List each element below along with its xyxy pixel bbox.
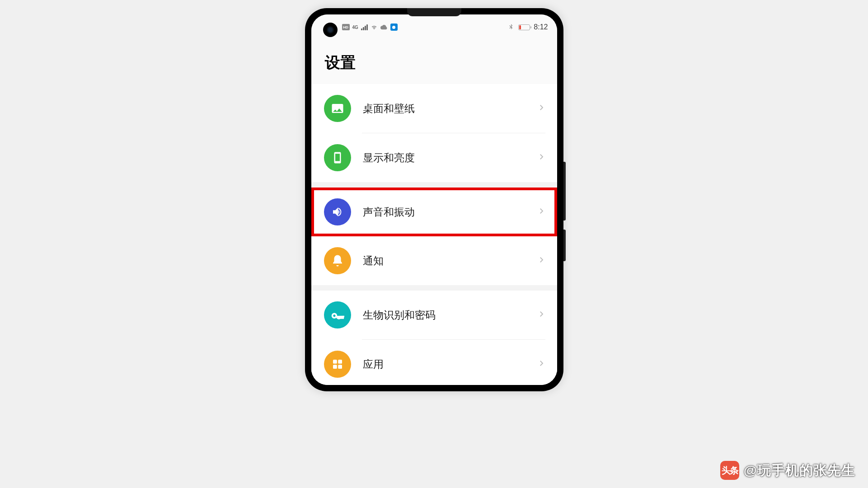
settings-row-display[interactable]: 显示和亮度	[311, 133, 557, 182]
settings-row-biometrics[interactable]: 生物识别和密码	[311, 291, 557, 339]
cloud-icon	[380, 24, 388, 30]
svg-rect-2	[333, 365, 337, 369]
phone-screen: HD 4G 8:12 设置	[311, 14, 557, 385]
chevron-right-icon	[537, 256, 545, 266]
network-label: 4G	[352, 25, 358, 30]
clock-time: 8:12	[534, 23, 548, 31]
phone-frame: HD 4G 8:12 设置	[305, 8, 563, 391]
phone-icon	[324, 144, 351, 171]
watermark: 头条 @玩手机的张先生	[720, 461, 855, 480]
row-label: 声音和振动	[363, 205, 537, 219]
wifi-icon	[371, 23, 378, 31]
app-indicator-icon	[390, 23, 398, 31]
settings-row-sound[interactable]: 声音和振动	[311, 188, 557, 236]
group-divider	[311, 285, 557, 291]
status-right: 8:12	[507, 23, 548, 31]
volume-button	[563, 162, 566, 221]
status-left: HD 4G	[342, 23, 398, 31]
svg-rect-3	[338, 365, 342, 369]
chevron-right-icon	[537, 103, 545, 113]
group-divider	[311, 182, 557, 188]
row-label: 生物识别和密码	[363, 308, 537, 322]
toutiao-logo: 头条	[720, 461, 739, 480]
battery-icon	[518, 24, 530, 30]
bell-icon	[324, 247, 351, 274]
status-bar: HD 4G 8:12	[311, 14, 557, 40]
settings-row-notifications[interactable]: 通知	[311, 236, 557, 285]
hd-badge: HD	[342, 24, 350, 30]
speaker-icon	[324, 198, 351, 225]
settings-row-apps[interactable]: 应用	[311, 340, 557, 385]
chevron-right-icon	[537, 153, 545, 163]
row-label: 显示和亮度	[363, 151, 537, 165]
watermark-text: @玩手机的张先生	[744, 461, 855, 480]
row-label: 通知	[363, 254, 537, 268]
row-label: 桌面和壁纸	[363, 102, 537, 116]
chevron-right-icon	[537, 359, 545, 369]
power-button	[563, 230, 566, 261]
page-title: 设置	[311, 40, 557, 84]
svg-rect-1	[338, 360, 342, 364]
apps-icon	[324, 351, 351, 378]
signal-icon	[361, 24, 368, 30]
row-label: 应用	[363, 357, 537, 371]
settings-list: 桌面和壁纸 显示和亮度	[311, 84, 557, 385]
svg-rect-0	[333, 360, 337, 364]
settings-row-wallpaper[interactable]: 桌面和壁纸	[311, 84, 557, 133]
bluetooth-icon	[507, 23, 515, 31]
chevron-right-icon	[537, 310, 545, 320]
image-icon	[324, 95, 351, 122]
camera-hole	[323, 23, 338, 37]
phone-notch	[407, 8, 461, 16]
chevron-right-icon	[537, 207, 545, 217]
key-icon	[324, 301, 351, 328]
